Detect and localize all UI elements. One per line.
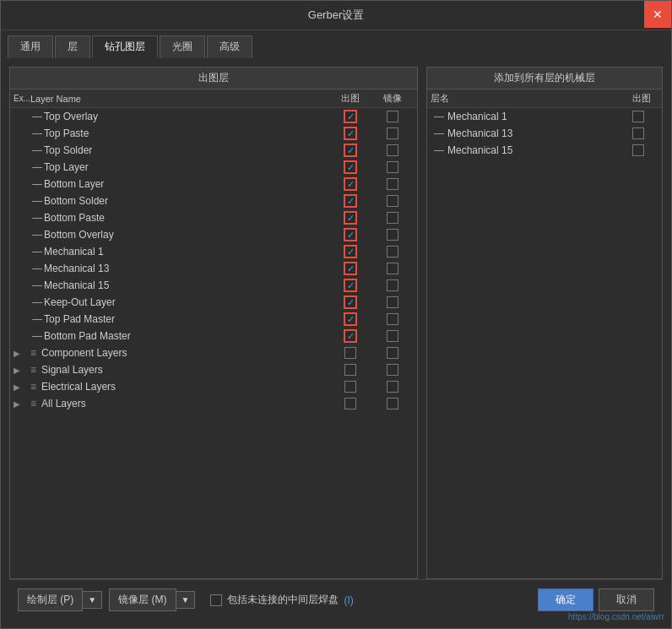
tab-drill[interactable]: 钻孔图层 xyxy=(92,35,158,58)
right-chuguo-checkbox[interactable] xyxy=(632,111,644,122)
chuguo-checkbox[interactable]: ✓ xyxy=(344,246,356,258)
layer-name-text: —Mechanical 13 xyxy=(30,263,329,274)
mirror-layer-dropdown: 镜像层 (M) ▼ xyxy=(109,588,195,611)
mirror-checkbox[interactable] xyxy=(387,127,398,139)
col-chuguo-header: 出图 xyxy=(329,92,371,105)
layer-dash: — xyxy=(32,246,42,258)
mirror-cell xyxy=(371,296,414,308)
left-layer-list: —Top Overlay ✓ —Top Paste ✓ xyxy=(10,108,417,578)
chuguo-checkbox[interactable]: ✓ xyxy=(344,127,356,139)
watermark: https://blog.csdn.net/aiwrr xyxy=(568,612,664,621)
right-panel-header: 添加到所有层的机械层 xyxy=(427,68,662,89)
tab-advanced[interactable]: 高级 xyxy=(207,35,252,58)
group-chuguo-cell xyxy=(329,398,371,409)
left-panel: 出图层 Ex... Layer Name 出图 镜像 —Top Overlay … xyxy=(9,67,418,579)
left-layer-row: ▶ ≡ Electrical Layers xyxy=(10,378,417,395)
left-layer-row: —Top Solder ✓ xyxy=(10,142,417,159)
layer-name-text: —Top Layer xyxy=(30,161,329,173)
draw-layer-arrow[interactable]: ▼ xyxy=(83,591,102,609)
mirror-checkbox[interactable] xyxy=(387,178,398,190)
mirror-layer-arrow[interactable]: ▼ xyxy=(176,591,196,609)
right-chuguo-checkbox[interactable] xyxy=(632,127,644,139)
panels-row: 出图层 Ex... Layer Name 出图 镜像 —Top Overlay … xyxy=(9,67,663,579)
mirror-layer-button[interactable]: 镜像层 (M) xyxy=(109,588,176,611)
mirror-checkbox[interactable] xyxy=(387,263,398,274)
layer-name-text: —Bottom Overlay xyxy=(30,229,329,241)
layer-name-text: —Top Pad Master xyxy=(30,313,329,325)
group-chuguo-checkbox[interactable] xyxy=(344,398,356,409)
chuguo-checkbox[interactable]: ✓ xyxy=(344,313,356,325)
mirror-checkbox[interactable] xyxy=(387,144,398,156)
chuguo-checkbox[interactable]: ✓ xyxy=(344,161,356,173)
mirror-checkbox[interactable] xyxy=(387,195,398,207)
mirror-checkbox[interactable] xyxy=(387,229,398,241)
chuguo-cell: ✓ xyxy=(329,263,371,274)
group-mirror-cell xyxy=(371,364,414,376)
ok-button[interactable]: 确定 xyxy=(538,588,593,611)
chuguo-checkbox[interactable]: ✓ xyxy=(344,144,356,156)
layer-name-text: —Bottom Pad Master xyxy=(30,330,329,342)
group-chuguo-checkbox[interactable] xyxy=(344,364,356,376)
chuguo-checkbox[interactable]: ✓ xyxy=(344,111,356,122)
mirror-checkbox[interactable] xyxy=(387,111,398,122)
chuguo-cell: ✓ xyxy=(329,229,371,241)
layer-name-text: —Bottom Solder xyxy=(30,195,329,207)
draw-layer-button[interactable]: 绘制层 (P) xyxy=(18,588,83,611)
chuguo-checkbox[interactable]: ✓ xyxy=(344,296,356,308)
expand-arrow[interactable]: ▶ xyxy=(14,382,25,392)
chuguo-checkbox[interactable]: ✓ xyxy=(344,229,356,241)
left-layer-row: —Bottom Solder ✓ xyxy=(10,192,417,209)
group-icon: ≡ xyxy=(30,398,36,409)
close-button[interactable]: ✕ xyxy=(644,1,671,28)
mirror-checkbox[interactable] xyxy=(387,279,398,291)
expand-arrow[interactable]: ▶ xyxy=(14,349,25,358)
layer-name-text: —Mechanical 15 xyxy=(30,279,329,291)
mirror-cell xyxy=(371,279,414,291)
layer-name-text: —Keep-Out Layer xyxy=(30,296,329,308)
chuguo-checkbox[interactable]: ✓ xyxy=(344,178,356,190)
chuguo-checkbox[interactable]: ✓ xyxy=(344,330,356,342)
mirror-checkbox[interactable] xyxy=(387,212,398,224)
mirror-checkbox[interactable] xyxy=(387,330,398,342)
group-chuguo-checkbox[interactable] xyxy=(344,347,356,359)
right-col-headers: 层名 出图 xyxy=(427,89,662,108)
mirror-checkbox[interactable] xyxy=(387,313,398,325)
chuguo-checkbox[interactable]: ✓ xyxy=(344,195,356,207)
group-mirror-checkbox[interactable] xyxy=(387,364,398,376)
layer-dash: — xyxy=(32,111,42,122)
mirror-cell xyxy=(371,178,414,190)
tab-layer[interactable]: 层 xyxy=(55,35,90,58)
chuguo-checkbox[interactable]: ✓ xyxy=(344,279,356,291)
chuguo-checkbox[interactable]: ✓ xyxy=(344,212,356,224)
include-checkbox[interactable] xyxy=(210,594,222,606)
group-mirror-checkbox[interactable] xyxy=(387,381,398,393)
chuguo-checkbox[interactable]: ✓ xyxy=(344,263,356,274)
tab-bar: 通用 层 钻孔图层 光圈 高级 xyxy=(1,30,671,58)
action-buttons: 确定 取消 xyxy=(538,588,654,611)
chuguo-cell: ✓ xyxy=(329,330,371,342)
tab-general[interactable]: 通用 xyxy=(8,35,53,58)
group-mirror-checkbox[interactable] xyxy=(387,398,398,409)
col-ex-header: Ex... xyxy=(14,94,30,103)
right-chuguo-checkbox[interactable] xyxy=(632,144,644,156)
mirror-checkbox[interactable] xyxy=(387,296,398,308)
left-layer-row: ▶ ≡ Component Layers xyxy=(10,344,417,361)
group-mirror-cell xyxy=(371,347,414,359)
layer-dash: — xyxy=(32,263,42,274)
mirror-cell xyxy=(371,212,414,224)
layer-name-text: —Bottom Layer xyxy=(30,178,329,190)
group-mirror-checkbox[interactable] xyxy=(387,347,398,359)
group-chuguo-checkbox[interactable] xyxy=(344,381,356,393)
mirror-checkbox[interactable] xyxy=(387,246,398,258)
expand-arrow[interactable]: ▶ xyxy=(14,366,25,375)
include-info[interactable]: (I) xyxy=(344,594,353,606)
mirror-checkbox[interactable] xyxy=(387,161,398,173)
chuguo-cell: ✓ xyxy=(329,127,371,139)
cancel-button[interactable]: 取消 xyxy=(599,588,654,611)
expand-arrow[interactable]: ▶ xyxy=(14,399,25,409)
group-mirror-cell xyxy=(371,398,414,409)
layer-name-text: —Top Paste xyxy=(30,127,329,139)
mirror-cell xyxy=(371,263,414,274)
layer-dash: — xyxy=(32,144,42,156)
tab-aperture[interactable]: 光圈 xyxy=(160,35,205,58)
